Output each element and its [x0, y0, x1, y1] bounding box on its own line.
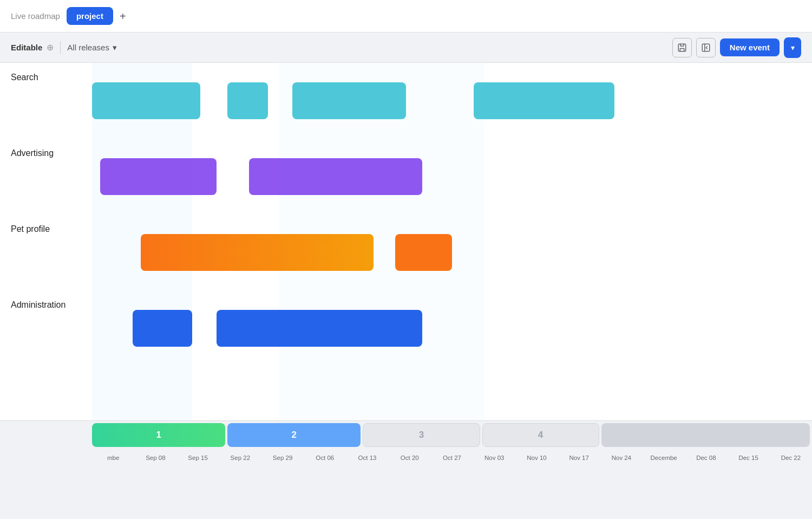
bar-search-3[interactable]: [292, 82, 406, 119]
gantt-chart: [92, 63, 812, 420]
bar-advertising-1[interactable]: [100, 158, 217, 195]
chevron-down-icon: ▾: [791, 43, 795, 52]
date-label-0: mbe: [92, 455, 134, 461]
row-label-search: Search: [0, 63, 92, 139]
main-content: Search Advertising Pet profile Administr…: [0, 63, 812, 466]
sprint-empty: [601, 423, 810, 447]
editable-label: Editable: [11, 43, 42, 52]
sprint-1[interactable]: 1: [92, 423, 225, 447]
sprints-row: 1 2 3 4: [92, 421, 812, 449]
date-label-8: Oct 27: [431, 455, 473, 461]
date-label-6: Oct 13: [346, 455, 388, 461]
bar-petprofile-2[interactable]: [395, 234, 452, 271]
timeline-bottom: 1 2 3 4 mbe Sep 08 Sep 15 Sep 22 Sep 29 …: [0, 420, 812, 466]
date-label-11: Nov 17: [558, 455, 600, 461]
live-roadmap-label: Live roadmap: [11, 11, 60, 21]
sprint-2[interactable]: 2: [227, 423, 361, 447]
date-label-9: Nov 03: [473, 455, 515, 461]
sprint-3[interactable]: 3: [363, 423, 480, 447]
top-nav: Live roadmap project +: [0, 0, 812, 33]
row-label-administration: Administration: [0, 290, 92, 366]
date-label-2: Sep 15: [176, 455, 219, 461]
date-label-3: Sep 22: [219, 455, 261, 461]
bar-administration-2[interactable]: [217, 310, 422, 347]
project-button[interactable]: project: [67, 7, 113, 25]
gantt-labels: Search Advertising Pet profile Administr…: [0, 63, 92, 366]
dates-row: mbe Sep 08 Sep 15 Sep 22 Sep 29 Oct 06 O…: [0, 449, 812, 466]
all-releases-label: All releases: [67, 43, 109, 52]
row-label-advertising: Advertising: [0, 139, 92, 215]
date-label-10: Nov 10: [515, 455, 558, 461]
toolbar: Editable ⊕ All releases ▾ New event ▾: [0, 33, 812, 63]
bar-search-2[interactable]: [227, 82, 268, 119]
svg-rect-0: [678, 44, 686, 51]
gantt-container: Search Advertising Pet profile Administr…: [0, 63, 812, 420]
date-label-13: Decembe: [643, 455, 685, 461]
chevron-down-icon: ▾: [113, 43, 117, 53]
save-icon[interactable]: [672, 38, 692, 57]
date-label-15: Dec 15: [728, 455, 770, 461]
row-label-petprofile: Pet profile: [0, 215, 92, 290]
date-label-4: Sep 29: [261, 455, 304, 461]
bar-advertising-2[interactable]: [249, 158, 422, 195]
collapse-sidebar-icon[interactable]: [696, 38, 716, 57]
new-event-button[interactable]: New event: [720, 38, 780, 56]
bar-search-1[interactable]: [92, 82, 200, 119]
bar-search-4[interactable]: [474, 82, 614, 119]
gantt-row-advertising: [92, 139, 812, 215]
date-label-7: Oct 20: [389, 455, 431, 461]
toolbar-divider: [60, 41, 61, 54]
target-icon[interactable]: ⊕: [47, 42, 54, 53]
bar-administration-1[interactable]: [133, 310, 192, 347]
date-label-5: Oct 06: [304, 455, 346, 461]
gantt-row-petprofile: [92, 215, 812, 290]
date-label-1: Sep 08: [134, 455, 176, 461]
date-label-14: Dec 08: [685, 455, 727, 461]
sprint-4[interactable]: 4: [482, 423, 599, 447]
gantt-row-search: [92, 63, 812, 139]
gantt-row-administration: [92, 290, 812, 366]
new-event-dropdown-button[interactable]: ▾: [784, 37, 801, 58]
date-label-12: Nov 24: [600, 455, 643, 461]
all-releases-button[interactable]: All releases ▾: [67, 43, 117, 53]
bar-petprofile-1[interactable]: [141, 234, 374, 271]
add-button[interactable]: +: [120, 11, 126, 22]
date-label-16: Dec 22: [770, 455, 812, 461]
